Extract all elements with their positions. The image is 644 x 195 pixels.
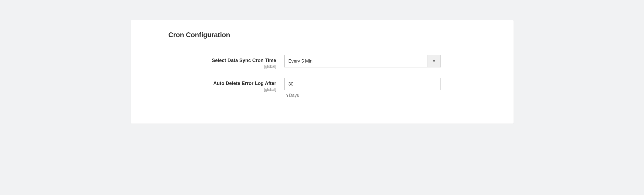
- cron-time-select[interactable]: Every 5 Min: [284, 55, 441, 67]
- config-panel: Cron Configuration Select Data Sync Cron…: [131, 20, 514, 124]
- cron-time-dropdown-button[interactable]: [428, 55, 440, 67]
- chevron-down-icon: [433, 60, 435, 62]
- label-col: Auto Delete Error Log After [global]: [168, 78, 284, 91]
- form-row-auto-delete: Auto Delete Error Log After [global] In …: [168, 78, 497, 98]
- form-row-cron-time: Select Data Sync Cron Time [global] Ever…: [168, 55, 497, 69]
- input-col: In Days: [284, 78, 441, 98]
- cron-time-select-value[interactable]: Every 5 Min: [285, 55, 428, 67]
- auto-delete-scope: [global]: [168, 87, 276, 92]
- auto-delete-input[interactable]: [284, 78, 441, 90]
- input-col: Every 5 Min: [284, 55, 441, 67]
- label-col: Select Data Sync Cron Time [global]: [168, 55, 284, 69]
- auto-delete-label: Auto Delete Error Log After: [168, 80, 276, 87]
- cron-time-label: Select Data Sync Cron Time: [168, 57, 276, 64]
- auto-delete-help: In Days: [284, 93, 441, 98]
- cron-time-scope: [global]: [168, 64, 276, 69]
- section-title: Cron Configuration: [168, 31, 497, 39]
